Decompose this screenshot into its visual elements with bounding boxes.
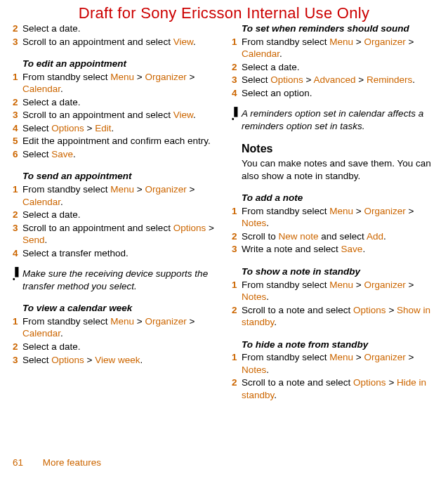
step-item: 2Select a date. — [13, 96, 216, 109]
text-run: Select a date. — [22, 23, 81, 34]
step-item: 3Select Options > Advanced > Reminders. — [232, 74, 435, 86]
menu-path-link: Notes — [242, 365, 266, 375]
menu-path-link: Options — [353, 305, 386, 315]
menu-path-link: Organizer — [364, 352, 405, 362]
text-run: . — [60, 197, 63, 207]
step-item: 3Scroll to an appointment and select Opt… — [13, 222, 216, 247]
note-reminders: ❚• A reminders option set in calendar af… — [232, 107, 435, 132]
step-text: From standby select Menu > Organizer > C… — [22, 71, 216, 96]
menu-path-link: Organizer — [364, 280, 405, 290]
note-text: A reminders option set in calendar affec… — [242, 107, 435, 132]
text-run: . — [45, 235, 48, 245]
menu-path-link: Advanced — [313, 74, 355, 85]
menu-path-link: Calendar — [22, 84, 60, 94]
text-run: From standby select — [22, 72, 110, 82]
step-number: 5 — [13, 135, 22, 147]
menu-path-link: Menu — [329, 352, 353, 362]
step-number: 1 — [13, 183, 22, 208]
text-run: From standby select — [242, 206, 329, 216]
text-run: Select — [242, 74, 270, 85]
step-number: 1 — [13, 71, 22, 96]
text-run: . — [73, 149, 76, 159]
step-number: 1 — [232, 36, 242, 60]
menu-path-link: Reminders — [367, 74, 412, 85]
heading-show-note: To show a note in standby — [232, 265, 435, 278]
text-run: > — [356, 74, 367, 85]
right-column: To set when reminders should sound 1From… — [232, 22, 435, 402]
pre-steps: 2Select a date.3Scroll to an appointment… — [13, 22, 216, 48]
menu-path-link: Organizer — [145, 184, 186, 195]
step-number: 3 — [232, 74, 242, 86]
text-run: . — [193, 37, 196, 47]
text-run: Scroll to an appointment and select — [22, 37, 173, 47]
step-number: 4 — [13, 122, 22, 135]
text-run: > — [353, 280, 364, 290]
menu-path-link: Options — [173, 223, 206, 233]
text-run: Select — [22, 355, 51, 365]
step-item: 1From standby select Menu > Organizer > … — [13, 315, 216, 340]
step-text: Write a note and select Save. — [242, 243, 435, 256]
text-run: > — [353, 37, 364, 47]
note-transfer-method: ❚• Make sure the receiving device suppor… — [13, 268, 216, 292]
text-run: and select — [319, 231, 367, 242]
text-run: Select a transfer method. — [22, 248, 129, 258]
text-run: > — [134, 316, 145, 327]
text-run: . — [266, 291, 269, 302]
step-item: 6Select Save. — [13, 148, 216, 161]
step-item: 2Scroll to a note and select Options > S… — [232, 304, 435, 329]
text-run: > — [134, 184, 145, 195]
text-run: Scroll to — [242, 231, 279, 242]
text-run: > — [406, 280, 414, 290]
footer-section: More features — [43, 457, 101, 468]
text-run: Select an option. — [242, 88, 312, 98]
step-item: 2Select a date. — [13, 22, 216, 35]
step-item: 5Edit the appointment and confirm each e… — [13, 135, 216, 147]
step-item: 2Scroll to a note and select Options > H… — [232, 376, 435, 401]
text-run: Select a date. — [22, 97, 81, 107]
menu-path-link: View week — [95, 355, 140, 365]
text-run: . — [193, 110, 196, 120]
menu-path-link: Notes — [242, 291, 266, 302]
text-run: . — [60, 84, 63, 94]
step-number: 1 — [232, 205, 242, 230]
menu-path-link: Menu — [329, 37, 353, 47]
step-text: Scroll to an appointment and select View… — [22, 109, 216, 122]
step-text: Select a date. — [22, 341, 216, 353]
content-columns: 2Select a date.3Scroll to an appointment… — [13, 6, 435, 402]
step-text: From standby select Menu > Organizer > C… — [22, 315, 216, 340]
menu-path-link: Save — [341, 244, 363, 254]
note-text: Make sure the receiving device supports … — [22, 268, 216, 292]
step-text: From standby select Menu > Organizer > C… — [242, 36, 435, 60]
step-item: 3Write a note and select Save. — [232, 243, 435, 256]
step-text: From standby select Menu > Organizer > N… — [242, 351, 435, 376]
step-item: 3Scroll to an appointment and select Vie… — [13, 36, 216, 48]
step-text: Select an option. — [242, 87, 435, 100]
step-number: 1 — [232, 279, 242, 303]
step-number: 3 — [232, 243, 242, 256]
text-run: Scroll to an appointment and select — [22, 223, 173, 233]
step-number: 2 — [232, 61, 242, 74]
menu-path-link: Calendar — [22, 197, 60, 207]
notes-intro: You can make notes and save them. You ca… — [232, 157, 435, 182]
menu-path-link: View — [173, 37, 193, 47]
step-text: Scroll to an appointment and select View… — [22, 36, 216, 48]
menu-path-link: Save — [51, 149, 73, 159]
page-number: 61 — [13, 457, 23, 468]
menu-path-link: View — [173, 110, 193, 120]
info-icon: ❚• — [13, 268, 22, 292]
heading-view-week: To view a calendar week — [13, 302, 216, 315]
step-number: 2 — [13, 209, 22, 221]
step-number: 2 — [232, 230, 242, 243]
step-number: 3 — [13, 36, 22, 48]
step-item: 2Select a date. — [232, 61, 435, 74]
text-run: From standby select — [242, 352, 329, 362]
steps-reminders: 1From standby select Menu > Organizer > … — [232, 36, 435, 100]
text-run: > — [406, 206, 414, 216]
step-number: 3 — [13, 109, 22, 122]
step-item: 4Select an option. — [232, 87, 435, 100]
step-text: Select a transfer method. — [22, 247, 216, 260]
text-run: > — [84, 355, 95, 365]
text-run: Select — [22, 149, 51, 159]
heading-reminders: To set when reminders should sound — [232, 22, 435, 35]
step-item: 2Select a date. — [13, 341, 216, 353]
